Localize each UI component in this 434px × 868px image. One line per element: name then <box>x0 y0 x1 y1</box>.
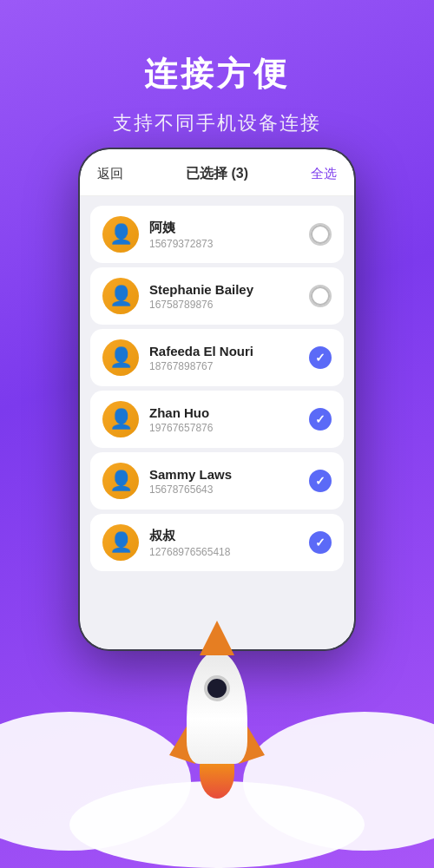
contact-checkbox[interactable] <box>309 285 332 307</box>
contact-info: Rafeeda El Nouri18767898767 <box>149 344 299 372</box>
contact-name: 阿姨 <box>149 220 299 236</box>
hero-title: 连接方便 <box>0 0 434 96</box>
avatar: 👤 <box>102 339 139 376</box>
list-item[interactable]: 👤Sammy Laws15678765643✓ <box>90 452 344 510</box>
contact-checkbox[interactable]: ✓ <box>309 470 332 492</box>
rocket-tip-icon <box>200 621 234 655</box>
list-item[interactable]: 👤阿姨15679372873 <box>90 206 344 263</box>
avatar: 👤 <box>102 216 139 253</box>
phone-frame: 返回 已选择 (3) 全选 👤阿姨15679372873👤Stephanie B… <box>78 148 356 651</box>
contact-info: 叔叔12768976565418 <box>149 528 299 558</box>
contact-phone: 16758789876 <box>149 299 299 311</box>
contact-info: 阿姨15679372873 <box>149 220 299 250</box>
contact-phone: 19767657876 <box>149 422 299 434</box>
contact-info: Zhan Huo19767657876 <box>149 405 299 434</box>
list-item[interactable]: 👤Stephanie Bailey16758789876 <box>90 267 344 325</box>
rocket-window <box>204 675 230 701</box>
contact-phone: 15679372873 <box>149 238 299 250</box>
contact-checkbox[interactable]: ✓ <box>309 346 332 369</box>
contact-info: Sammy Laws15678765643 <box>149 467 299 496</box>
contact-phone: 18767898767 <box>149 360 299 372</box>
avatar: 👤 <box>102 401 139 437</box>
contact-phone: 12768976565418 <box>149 546 299 558</box>
contact-info: Stephanie Bailey16758789876 <box>149 282 299 311</box>
contact-name: Zhan Huo <box>149 405 299 420</box>
avatar: 👤 <box>102 524 139 561</box>
contact-checkbox[interactable] <box>309 223 332 246</box>
contact-name: Sammy Laws <box>149 467 299 482</box>
list-item[interactable]: 👤Rafeeda El Nouri18767898767✓ <box>90 329 344 386</box>
select-all-button[interactable]: 全选 <box>311 166 337 182</box>
contact-name: Stephanie Bailey <box>149 282 299 297</box>
hero-subtitle: 支持不同手机设备连接 <box>0 110 434 136</box>
rocket-body <box>187 651 247 764</box>
avatar: 👤 <box>102 278 139 314</box>
contact-checkbox[interactable]: ✓ <box>309 531 332 554</box>
contact-name: 叔叔 <box>149 528 299 544</box>
contact-checkbox[interactable]: ✓ <box>309 408 332 431</box>
list-item[interactable]: 👤叔叔12768976565418✓ <box>90 514 344 571</box>
header-title: 已选择 (3) <box>186 165 248 183</box>
contact-phone: 15678765643 <box>149 483 299 496</box>
phone-header: 返回 已选择 (3) 全选 <box>80 149 354 196</box>
rocket-decoration <box>161 616 273 816</box>
avatar: 👤 <box>102 463 139 499</box>
contact-name: Rafeeda El Nouri <box>149 344 299 358</box>
contacts-list: 👤阿姨15679372873👤Stephanie Bailey167587898… <box>80 196 354 649</box>
list-item[interactable]: 👤Zhan Huo19767657876✓ <box>90 391 344 448</box>
back-button[interactable]: 返回 <box>97 166 123 182</box>
